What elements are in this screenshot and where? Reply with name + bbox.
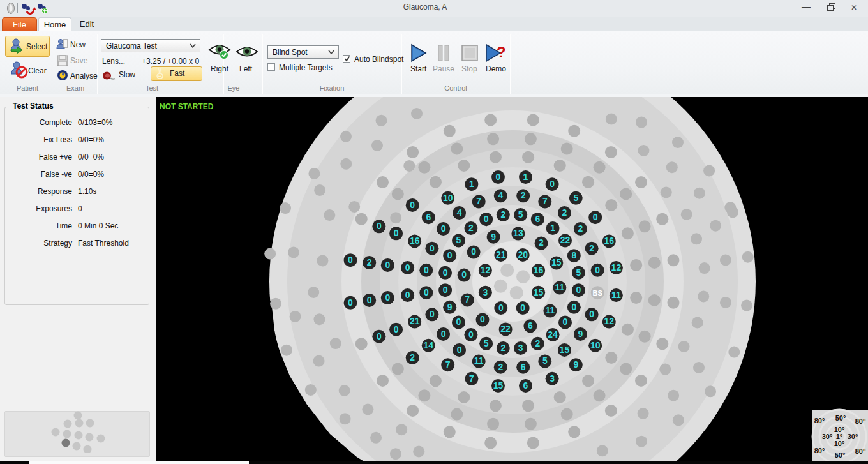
svg-text:5: 5 — [456, 235, 461, 245]
svg-text:7: 7 — [476, 196, 481, 206]
svg-text:3: 3 — [518, 343, 523, 353]
svg-text:16: 16 — [410, 236, 420, 246]
svg-text:9: 9 — [447, 302, 453, 312]
svg-text:0: 0 — [430, 309, 435, 319]
svg-text:5: 5 — [576, 267, 581, 278]
svg-text:30°: 30° — [822, 433, 833, 440]
svg-text:2: 2 — [589, 243, 594, 253]
svg-text:16: 16 — [534, 265, 544, 275]
svg-text:9: 9 — [573, 359, 578, 370]
svg-text:2: 2 — [410, 352, 415, 363]
svg-text:3: 3 — [483, 287, 488, 297]
svg-text:12: 12 — [611, 262, 622, 273]
svg-text:0: 0 — [405, 290, 410, 300]
svg-text:1: 1 — [550, 223, 555, 233]
svg-text:22: 22 — [500, 324, 511, 334]
svg-text:14: 14 — [424, 340, 434, 350]
svg-text:2: 2 — [500, 343, 505, 353]
svg-text:9: 9 — [491, 232, 496, 242]
svg-text:0: 0 — [576, 285, 581, 295]
svg-text:0: 0 — [424, 265, 429, 275]
svg-text:0: 0 — [377, 221, 382, 231]
svg-text:?: ? — [497, 43, 506, 61]
svg-text:4: 4 — [457, 207, 462, 218]
svg-text:15: 15 — [551, 257, 562, 267]
svg-text:10: 10 — [590, 340, 601, 350]
svg-text:0: 0 — [367, 295, 372, 305]
svg-text:0: 0 — [484, 214, 489, 224]
svg-text:24: 24 — [548, 329, 558, 340]
svg-text:2: 2 — [539, 237, 544, 248]
svg-text:0: 0 — [571, 302, 576, 312]
svg-text:4: 4 — [498, 190, 503, 200]
svg-text:0: 0 — [471, 246, 476, 257]
svg-text:6: 6 — [523, 380, 528, 391]
svg-text:0: 0 — [550, 179, 555, 189]
svg-text:1: 1 — [469, 179, 474, 189]
svg-text:15: 15 — [493, 380, 504, 391]
svg-text:5: 5 — [484, 338, 489, 348]
svg-text:0: 0 — [456, 317, 461, 327]
svg-text:80°: 80° — [855, 447, 866, 455]
svg-text:5: 5 — [573, 193, 578, 203]
svg-text:13: 13 — [513, 228, 523, 238]
svg-text:21: 21 — [410, 316, 420, 326]
svg-text:0: 0 — [385, 292, 390, 303]
svg-text:3: 3 — [550, 373, 555, 384]
svg-text:16: 16 — [604, 236, 615, 246]
svg-text:0: 0 — [385, 260, 390, 270]
svg-text:80°: 80° — [814, 447, 825, 454]
svg-text:0: 0 — [498, 303, 504, 313]
svg-text:5: 5 — [518, 209, 523, 220]
svg-text:0: 0 — [394, 228, 399, 238]
svg-text:8: 8 — [571, 250, 576, 260]
svg-text:80°: 80° — [814, 417, 825, 424]
svg-text:50°: 50° — [835, 451, 846, 459]
svg-text:0: 0 — [468, 329, 474, 340]
svg-text:7: 7 — [445, 359, 451, 370]
svg-text:0: 0 — [410, 200, 415, 210]
svg-text:2: 2 — [498, 362, 503, 372]
svg-text:5: 5 — [542, 355, 548, 366]
svg-text:11: 11 — [555, 282, 564, 292]
svg-text:0: 0 — [441, 223, 446, 234]
svg-text:50°: 50° — [835, 414, 846, 422]
svg-text:0: 0 — [348, 297, 353, 308]
svg-text:9: 9 — [578, 329, 583, 339]
svg-text:22: 22 — [560, 235, 571, 245]
svg-text:0: 0 — [443, 267, 448, 278]
svg-text:15: 15 — [560, 345, 570, 355]
svg-text:11: 11 — [545, 305, 555, 315]
svg-text:2: 2 — [500, 209, 505, 220]
svg-text:12: 12 — [604, 316, 615, 326]
svg-text:11: 11 — [474, 355, 484, 366]
svg-text:6: 6 — [521, 362, 526, 372]
svg-text:0: 0 — [443, 285, 448, 295]
svg-text:7: 7 — [465, 294, 470, 304]
svg-text:0: 0 — [447, 250, 453, 260]
svg-text:0: 0 — [424, 287, 429, 297]
svg-text:0: 0 — [461, 269, 467, 280]
svg-text:2: 2 — [578, 223, 583, 234]
svg-text:2: 2 — [521, 190, 526, 200]
svg-text:2: 2 — [468, 223, 474, 233]
svg-text:12: 12 — [481, 265, 491, 275]
svg-text:0: 0 — [520, 303, 525, 313]
svg-text:0: 0 — [589, 309, 594, 319]
svg-text:0: 0 — [394, 324, 399, 334]
svg-text:0: 0 — [430, 243, 435, 253]
svg-text:0: 0 — [595, 265, 600, 275]
svg-text:7: 7 — [542, 196, 548, 206]
svg-text:0: 0 — [480, 314, 485, 324]
svg-text:2: 2 — [562, 207, 567, 218]
svg-text:2: 2 — [535, 338, 540, 348]
svg-text:11: 11 — [611, 290, 621, 300]
svg-text:21: 21 — [496, 250, 506, 260]
svg-text:0: 0 — [405, 262, 410, 273]
svg-text:6: 6 — [535, 214, 540, 224]
svg-text:0: 0 — [457, 345, 462, 355]
svg-text:2: 2 — [367, 257, 372, 267]
svg-text:0: 0 — [441, 329, 446, 339]
svg-text:30°: 30° — [848, 433, 858, 440]
svg-text:BS: BS — [593, 289, 602, 297]
